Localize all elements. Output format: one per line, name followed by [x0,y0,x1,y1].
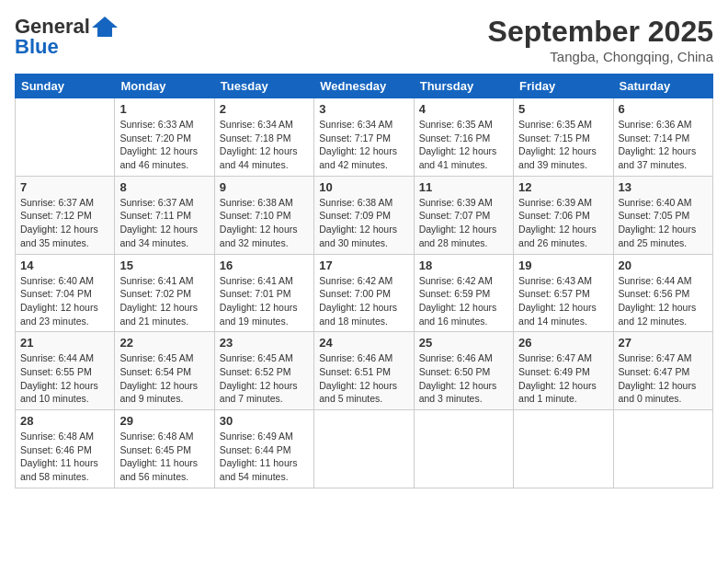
calendar-cell: 10Sunrise: 6:38 AMSunset: 7:09 PMDayligh… [314,176,414,254]
calendar-cell: 25Sunrise: 6:46 AMSunset: 6:50 PMDayligh… [414,332,513,410]
calendar-cell: 13Sunrise: 6:40 AMSunset: 7:05 PMDayligh… [613,176,712,254]
day-of-week-header: Thursday [414,75,513,98]
day-number: 3 [319,102,408,116]
calendar-week-row: 7Sunrise: 6:37 AMSunset: 7:12 PMDaylight… [16,176,713,254]
day-info: Sunrise: 6:39 AMSunset: 7:07 PMDaylight:… [419,196,508,250]
day-of-week-header: Saturday [613,75,712,98]
calendar-cell: 1Sunrise: 6:33 AMSunset: 7:20 PMDaylight… [115,98,214,177]
day-number: 4 [419,102,508,116]
day-number: 6 [619,102,708,116]
day-info: Sunrise: 6:43 AMSunset: 6:57 PMDaylight:… [518,274,608,328]
day-number: 29 [119,414,209,428]
day-info: Sunrise: 6:41 AMSunset: 7:02 PMDaylight:… [119,274,209,328]
day-info: Sunrise: 6:41 AMSunset: 7:01 PMDaylight:… [220,274,309,328]
calendar-week-row: 14Sunrise: 6:40 AMSunset: 7:04 PMDayligh… [16,254,713,332]
calendar-cell: 7Sunrise: 6:37 AMSunset: 7:12 PMDaylight… [16,176,115,254]
calendar-cell: 6Sunrise: 6:36 AMSunset: 7:14 PMDaylight… [613,98,712,177]
day-info: Sunrise: 6:47 AMSunset: 6:49 PMDaylight:… [518,351,608,406]
calendar-week-row: 21Sunrise: 6:44 AMSunset: 6:55 PMDayligh… [16,332,713,410]
logo-icon [92,17,118,37]
calendar-cell: 12Sunrise: 6:39 AMSunset: 7:06 PMDayligh… [514,176,613,254]
day-of-week-header: Monday [115,75,214,98]
logo-blue-text: Blue [15,35,59,59]
day-number: 18 [419,259,508,272]
day-info: Sunrise: 6:40 AMSunset: 7:04 PMDaylight:… [20,274,109,328]
day-info: Sunrise: 6:47 AMSunset: 6:47 PMDaylight:… [619,351,708,406]
logo: General Blue [15,15,118,59]
calendar-cell: 29Sunrise: 6:48 AMSunset: 6:45 PMDayligh… [115,410,214,488]
calendar-cell: 18Sunrise: 6:42 AMSunset: 6:59 PMDayligh… [414,254,513,332]
day-number: 10 [319,180,408,194]
day-number: 1 [119,102,209,116]
day-number: 2 [220,102,309,116]
day-of-week-header: Friday [514,75,613,98]
day-info: Sunrise: 6:46 AMSunset: 6:51 PMDaylight:… [319,351,408,406]
title-block: September 2025 Tangba, Chongqing, China [488,15,713,64]
day-number: 21 [20,336,109,350]
day-info: Sunrise: 6:42 AMSunset: 7:00 PMDaylight:… [319,274,408,328]
calendar-cell: 4Sunrise: 6:35 AMSunset: 7:16 PMDaylight… [414,98,513,177]
day-number: 16 [220,259,309,272]
day-info: Sunrise: 6:33 AMSunset: 7:20 PMDaylight:… [119,118,209,172]
day-number: 14 [20,259,109,272]
day-number: 17 [319,259,408,272]
calendar-cell [514,410,613,488]
day-info: Sunrise: 6:38 AMSunset: 7:09 PMDaylight:… [319,196,408,250]
calendar-cell [314,410,414,488]
calendar-week-row: 1Sunrise: 6:33 AMSunset: 7:20 PMDaylight… [16,98,713,177]
calendar-cell: 30Sunrise: 6:49 AMSunset: 6:44 PMDayligh… [214,410,313,488]
calendar-cell: 8Sunrise: 6:37 AMSunset: 7:11 PMDaylight… [115,176,214,254]
day-of-week-header: Wednesday [314,75,414,98]
day-number: 25 [419,336,508,350]
month-title: September 2025 [488,15,713,49]
day-info: Sunrise: 6:35 AMSunset: 7:16 PMDaylight:… [419,118,508,172]
day-number: 8 [119,180,209,194]
calendar-table: SundayMondayTuesdayWednesdayThursdayFrid… [15,74,713,488]
calendar-cell: 14Sunrise: 6:40 AMSunset: 7:04 PMDayligh… [16,254,115,332]
svg-marker-0 [92,17,118,37]
calendar-cell: 3Sunrise: 6:34 AMSunset: 7:17 PMDaylight… [314,98,414,177]
calendar-cell: 27Sunrise: 6:47 AMSunset: 6:47 PMDayligh… [613,332,712,410]
calendar-cell [613,410,712,488]
day-info: Sunrise: 6:34 AMSunset: 7:18 PMDaylight:… [220,118,309,172]
day-number: 11 [419,180,508,194]
calendar-cell: 17Sunrise: 6:42 AMSunset: 7:00 PMDayligh… [314,254,414,332]
calendar-cell: 23Sunrise: 6:45 AMSunset: 6:52 PMDayligh… [214,332,313,410]
day-info: Sunrise: 6:39 AMSunset: 7:06 PMDaylight:… [518,196,608,250]
calendar-cell [414,410,513,488]
day-number: 7 [20,180,109,194]
day-info: Sunrise: 6:45 AMSunset: 6:52 PMDaylight:… [220,351,309,406]
day-info: Sunrise: 6:48 AMSunset: 6:46 PMDaylight:… [20,430,109,484]
day-info: Sunrise: 6:38 AMSunset: 7:10 PMDaylight:… [220,196,309,250]
calendar-cell: 15Sunrise: 6:41 AMSunset: 7:02 PMDayligh… [115,254,214,332]
day-number: 15 [119,259,209,272]
page-header: General Blue September 2025 Tangba, Chon… [15,15,713,64]
day-number: 12 [518,180,608,194]
day-info: Sunrise: 6:49 AMSunset: 6:44 PMDaylight:… [220,430,309,484]
day-number: 23 [220,336,309,350]
day-number: 9 [220,180,309,194]
day-info: Sunrise: 6:44 AMSunset: 6:56 PMDaylight:… [619,274,708,328]
location-title: Tangba, Chongqing, China [488,49,713,64]
day-number: 22 [119,336,209,350]
day-of-week-header: Tuesday [214,75,313,98]
day-number: 26 [518,336,608,350]
calendar-cell: 21Sunrise: 6:44 AMSunset: 6:55 PMDayligh… [16,332,115,410]
calendar-cell: 16Sunrise: 6:41 AMSunset: 7:01 PMDayligh… [214,254,313,332]
calendar-cell: 28Sunrise: 6:48 AMSunset: 6:46 PMDayligh… [16,410,115,488]
day-number: 13 [619,180,708,194]
day-number: 30 [220,414,309,428]
day-info: Sunrise: 6:46 AMSunset: 6:50 PMDaylight:… [419,351,508,406]
day-number: 5 [518,102,608,116]
calendar-week-row: 28Sunrise: 6:48 AMSunset: 6:46 PMDayligh… [16,410,713,488]
day-info: Sunrise: 6:42 AMSunset: 6:59 PMDaylight:… [419,274,508,328]
day-info: Sunrise: 6:37 AMSunset: 7:11 PMDaylight:… [119,196,209,250]
day-info: Sunrise: 6:45 AMSunset: 6:54 PMDaylight:… [119,351,209,406]
day-number: 20 [619,259,708,272]
calendar-cell: 19Sunrise: 6:43 AMSunset: 6:57 PMDayligh… [514,254,613,332]
calendar-cell: 22Sunrise: 6:45 AMSunset: 6:54 PMDayligh… [115,332,214,410]
calendar-cell: 20Sunrise: 6:44 AMSunset: 6:56 PMDayligh… [613,254,712,332]
day-info: Sunrise: 6:37 AMSunset: 7:12 PMDaylight:… [20,196,109,250]
day-number: 24 [319,336,408,350]
day-number: 19 [518,259,608,272]
